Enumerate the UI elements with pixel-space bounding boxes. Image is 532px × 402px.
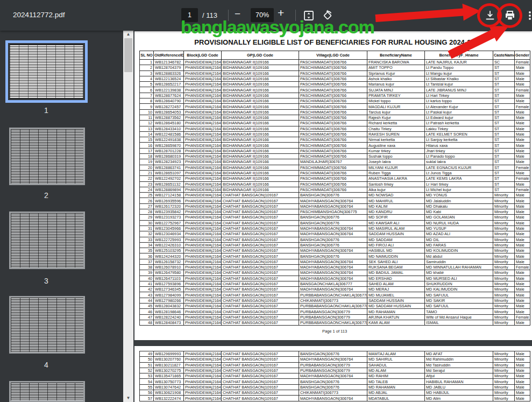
table-row: 42WB127346345PHANSIDEWA|2164CHATHAT BANS… (140, 287, 530, 292)
page-thumbnail-1[interactable] (10, 45, 83, 98)
cell-village-lgd-code: MADHYABANSGAON|306764 (299, 231, 367, 237)
cell-beneficiary-name: MD MAHIRUL (367, 198, 425, 203)
cell-gender: Male (515, 215, 530, 220)
page-thumbnail-4[interactable] (9, 296, 85, 354)
cell-block-lgd-code: PHANSIDEWA|2164 (184, 87, 222, 93)
cell-gp-lgd-code: CHATHAT BANSGAON|109167 (222, 203, 299, 209)
more-options-button[interactable] (523, 9, 532, 22)
beneficiary-table-page1: SL NOOldReferenceIDBlock|LGD CodeGP|LGD … (139, 51, 530, 326)
scroll-up-icon[interactable]: ▲ (123, 31, 133, 38)
page-thumbnail-2[interactable] (9, 128, 85, 185)
cell-old-reference-id: WB128043832 (154, 304, 184, 309)
cell-village-lgd-code: PURBBABANSGAONCHAKLA|306778 (299, 320, 367, 325)
cell-sl-no: 44 (140, 298, 154, 303)
cell-beneficiary-name: MD FIROJ ALI (367, 242, 425, 248)
cell-sl-no: 20 (140, 165, 154, 170)
cell-beneficiary-f-hname: HABIBUL RAHAMAN (425, 379, 493, 384)
cell-village-lgd-code: BANSHGAON|306776 (299, 384, 367, 390)
cell-village-lgd-code: PASCHIMMADATI|306766 (299, 148, 367, 153)
cell-block-lgd-code: PHANSIDEWA|2164 (184, 193, 222, 198)
cell-old-reference-id: WB128677624 (154, 93, 184, 98)
cell-gender: Male (515, 351, 530, 357)
cell-gp-lgd-code: CHATHAT BANSGAON|109167 (222, 390, 299, 396)
cell-gender: Male (515, 396, 530, 401)
cell-village-lgd-code: MANDILAJHAR|306767 (299, 159, 367, 165)
cell-gender: Male (515, 148, 530, 153)
table-row: 48WB128408473PHANSIDEWA|2164CHATHAT BANS… (140, 320, 530, 325)
sidebar-scrollbar[interactable]: ▲ ▼ (123, 31, 133, 402)
cell-gender: Male (515, 121, 530, 126)
cell-village-lgd-code: PASCHIMMADATI|306766 (299, 76, 367, 81)
cell-old-reference-id: WB128654053 (154, 109, 184, 115)
cell-village-lgd-code: BANSHGAON|306776 (299, 193, 367, 198)
cell-beneficiary-f-hname: MD Jalaluddin (425, 198, 493, 203)
cell-gender: Male (515, 170, 530, 175)
cell-block-lgd-code: PHANSIDEWA|2164 (184, 368, 222, 373)
cell-caste-name: Minority (493, 357, 515, 362)
cell-sl-no: 21 (140, 170, 154, 175)
cell-village-lgd-code: PASCHIMMADATI|306766 (299, 126, 367, 131)
cell-old-reference-id: WB128863741 (154, 165, 184, 170)
cell-beneficiary-name: MILYANI KUJUR (367, 165, 425, 170)
cell-block-lgd-code: PHANSIDEWA|2164 (184, 242, 222, 248)
cell-sl-no: 12 (140, 121, 154, 126)
cell-block-lgd-code: PHANSIDEWA|2164 (184, 159, 222, 165)
cell-old-reference-id: WB129699993 (154, 351, 184, 357)
cell-beneficiary-f-hname: MD SAFIJUL (425, 292, 493, 298)
table-row: 24WB128869894PHANSIDEWA|2164BIDHANNAGAR … (140, 187, 530, 192)
cell-sl-no: 15 (140, 137, 154, 143)
cell-beneficiary-f-hname: MD KOLIMUDDIN (425, 248, 493, 253)
cell-old-reference-id: WB123935842 (154, 209, 184, 215)
cell-sl-no: 7 (140, 93, 154, 98)
cell-caste-name: Minority (493, 270, 515, 276)
cell-beneficiary-f-hname: Lt Alexander Kujur (425, 104, 493, 109)
cell-beneficiary-f-hname: Lt Panado toppo (425, 154, 493, 159)
cell-beneficiary-name: MD ERSHAD (367, 276, 425, 281)
cell-beneficiary-name: KAMI ALAM (367, 320, 425, 325)
table-row: 41WB127593896PHANSIDEWA|2164CHATHAT BANS… (140, 281, 530, 286)
table-row: 13WB128433410PHANSIDEWA|2164BIDHANNAGAR … (140, 126, 530, 131)
cell-gender: Male (515, 373, 530, 379)
cell-beneficiary-f-hname: MD AFAT (425, 351, 493, 357)
cell-gp-lgd-code: BIDHANNAGAR II|109166 (222, 60, 299, 65)
cell-old-reference-id: WB126172320 (154, 203, 184, 209)
arrow-shaft (375, 9, 464, 22)
cell-block-lgd-code: PHANSIDEWA|2164 (184, 276, 222, 281)
cell-gender: Male (515, 253, 530, 259)
page-thumbnail-5[interactable] (9, 381, 85, 402)
table-row: 31WB123045966PHANSIDEWA|2164CHATHAT BANS… (140, 225, 530, 231)
cell-beneficiary-f-hname: MD FARAS (425, 242, 493, 248)
cell-caste-name: Minority (493, 231, 515, 237)
cell-village-lgd-code: PASCHIMMADATI|306766 (299, 170, 367, 175)
cell-gp-lgd-code: BIDHANNAGAR II|109166 (222, 187, 299, 192)
cell-village-lgd-code: BANSHGAON|306776 (299, 379, 367, 384)
cell-block-lgd-code: PHANSIDEWA|2164 (184, 264, 222, 270)
cell-beneficiary-f-hname: MD HABIJUL (425, 390, 493, 396)
cell-old-reference-id: WB128652217 (154, 82, 184, 87)
cell-gp-lgd-code: CHATHAT BANSGAON|109167 (222, 198, 299, 203)
table-row: 27WB126172320PHANSIDEWA|2164CHATHAT BANS… (140, 203, 530, 209)
cell-old-reference-id: WB127593896 (154, 281, 184, 286)
cell-village-lgd-code: BANSHGAON|306776 (299, 242, 367, 248)
cell-caste-name: ST (493, 104, 515, 109)
cell-beneficiary-f-hname: Afijul (425, 373, 493, 379)
page-thumbnail-3[interactable] (9, 211, 85, 269)
cell-beneficiary-f-hname: Lt Paskal kujur (425, 109, 493, 115)
cell-beneficiary-f-hname: MD JABLU (425, 384, 493, 390)
cell-beneficiary-f-hname: MD MURSED ALI (425, 276, 493, 281)
table-row: 32WB123046934PHANSIDEWA|2164CHATHAT BANS… (140, 231, 530, 237)
cell-beneficiary-f-hname: ISMAIL (425, 320, 493, 325)
table-row: 47WB128224240PHANSIDEWA|2164CHATHAT BANS… (140, 314, 530, 320)
cell-gender: Male (515, 70, 530, 76)
cell-sl-no: 8 (140, 98, 154, 104)
table-row: 17WB128701228PHANSIDEWA|2164BIDHANNAGAR … (140, 148, 530, 153)
cell-block-lgd-code: PHANSIDEWA|2164 (184, 148, 222, 153)
cell-sl-no: 37 (140, 259, 154, 264)
cell-caste-name: ST (493, 181, 515, 187)
cell-gp-lgd-code: CHATHAT BANSGAON|109167 (222, 320, 299, 325)
cell-beneficiary-name: MD RAHAMAN (367, 309, 425, 314)
cell-village-lgd-code: CHIKANMATI|306773 (299, 298, 367, 303)
cell-block-lgd-code: PHANSIDEWA|2164 (184, 298, 222, 303)
scroll-down-icon[interactable]: ▼ (123, 395, 133, 401)
scrollbar-thumb[interactable] (124, 38, 132, 72)
